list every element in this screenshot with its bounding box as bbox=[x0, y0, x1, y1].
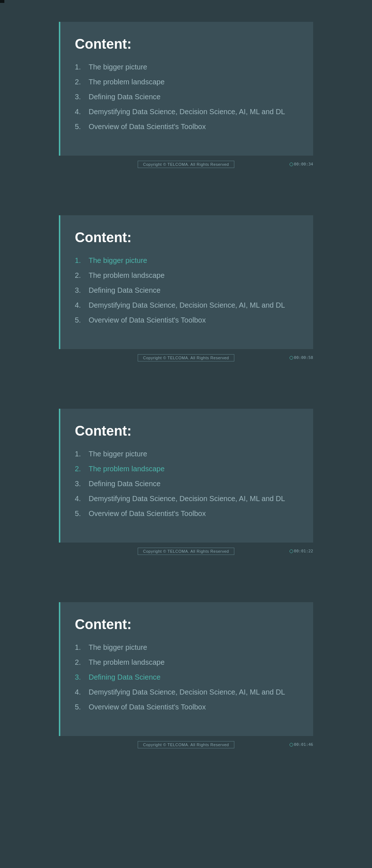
list-item-num-4-2: 2. bbox=[75, 658, 89, 667]
list-item-4-1: 1.The bigger picture bbox=[75, 643, 299, 652]
list-item-4-3: 3.Defining Data Science bbox=[75, 673, 299, 681]
list-item-num-1-3: 3. bbox=[75, 93, 89, 101]
slide-inner-4: Content:1.The bigger picture2.The proble… bbox=[59, 602, 313, 736]
list-item-2-3: 3.Defining Data Science bbox=[75, 286, 299, 295]
slide-2: Content:1.The bigger picture2.The proble… bbox=[59, 193, 313, 387]
file-info-bar bbox=[0, 0, 4, 3]
list-item-text-3-5: Overview of Data Scientist's Toolbox bbox=[89, 509, 206, 518]
list-item-text-2-5: Overview of Data Scientist's Toolbox bbox=[89, 316, 206, 324]
slide-title-2: Content: bbox=[75, 230, 299, 245]
slide-title-3: Content: bbox=[75, 423, 299, 439]
list-item-num-4-4: 4. bbox=[75, 688, 89, 696]
list-item-4-4: 4.Demystifying Data Science, Decision Sc… bbox=[75, 688, 299, 696]
slide-3: Content:1.The bigger picture2.The proble… bbox=[59, 387, 313, 580]
list-item-text-2-2: The problem landscape bbox=[89, 271, 165, 280]
list-item-text-3-2: The problem landscape bbox=[89, 465, 165, 473]
slide-title-4: Content: bbox=[75, 617, 299, 632]
list-item-3-1: 1.The bigger picture bbox=[75, 450, 299, 458]
list-item-text-1-5: Overview of Data Scientist's Toolbox bbox=[89, 123, 206, 131]
content-list-4: 1.The bigger picture2.The problem landsc… bbox=[75, 643, 299, 711]
list-item-num-1-4: 4. bbox=[75, 108, 89, 116]
slide-inner-2: Content:1.The bigger picture2.The proble… bbox=[59, 215, 313, 349]
list-item-text-2-3: Defining Data Science bbox=[89, 286, 161, 295]
timestamp-4: 00:01:46 bbox=[290, 742, 313, 747]
list-item-2-5: 5.Overview of Data Scientist's Toolbox bbox=[75, 316, 299, 324]
list-item-num-3-4: 4. bbox=[75, 495, 89, 503]
slide-footer-2: Copyright © TELCOMA. All Rights Reserved… bbox=[59, 349, 313, 365]
slide-1: Content:1.The bigger picture2.The proble… bbox=[59, 0, 313, 193]
list-item-num-3-5: 5. bbox=[75, 509, 89, 518]
list-item-text-1-2: The problem landscape bbox=[89, 78, 165, 86]
content-list-1: 1.The bigger picture2.The problem landsc… bbox=[75, 63, 299, 131]
list-item-num-2-1: 1. bbox=[75, 256, 89, 265]
content-list-2: 1.The bigger picture2.The problem landsc… bbox=[75, 256, 299, 324]
copyright-3: Copyright © TELCOMA. All Rights Reserved bbox=[138, 548, 234, 555]
list-item-text-4-2: The problem landscape bbox=[89, 658, 165, 667]
list-item-num-2-3: 3. bbox=[75, 286, 89, 295]
timestamp-3: 00:01:22 bbox=[290, 549, 313, 553]
list-item-1-4: 4.Demystifying Data Science, Decision Sc… bbox=[75, 108, 299, 116]
list-item-text-4-5: Overview of Data Scientist's Toolbox bbox=[89, 703, 206, 711]
list-item-text-2-1: The bigger picture bbox=[89, 256, 147, 265]
list-item-num-2-5: 5. bbox=[75, 316, 89, 324]
list-item-num-1-2: 2. bbox=[75, 78, 89, 86]
list-item-num-3-3: 3. bbox=[75, 480, 89, 488]
copyright-4: Copyright © TELCOMA. All Rights Reserved bbox=[138, 741, 234, 748]
list-item-1-2: 2.The problem landscape bbox=[75, 78, 299, 86]
timestamp-1: 00:00:34 bbox=[290, 162, 313, 167]
copyright-1: Copyright © TELCOMA. All Rights Reserved bbox=[138, 161, 234, 168]
list-item-text-3-4: Demystifying Data Science, Decision Scie… bbox=[89, 495, 285, 503]
list-item-3-5: 5.Overview of Data Scientist's Toolbox bbox=[75, 509, 299, 518]
list-item-3-4: 4.Demystifying Data Science, Decision Sc… bbox=[75, 495, 299, 503]
list-item-text-1-3: Defining Data Science bbox=[89, 93, 161, 101]
list-item-num-1-1: 1. bbox=[75, 63, 89, 71]
list-item-1-3: 3.Defining Data Science bbox=[75, 93, 299, 101]
list-item-text-2-4: Demystifying Data Science, Decision Scie… bbox=[89, 301, 285, 309]
list-item-num-4-1: 1. bbox=[75, 643, 89, 652]
list-item-4-2: 2.The problem landscape bbox=[75, 658, 299, 667]
slide-inner-3: Content:1.The bigger picture2.The proble… bbox=[59, 409, 313, 543]
list-item-num-4-5: 5. bbox=[75, 703, 89, 711]
content-list-3: 1.The bigger picture2.The problem landsc… bbox=[75, 450, 299, 518]
list-item-text-4-3: Defining Data Science bbox=[89, 673, 161, 681]
list-item-3-2: 2.The problem landscape bbox=[75, 465, 299, 473]
list-item-num-1-5: 5. bbox=[75, 123, 89, 131]
list-item-text-4-4: Demystifying Data Science, Decision Scie… bbox=[89, 688, 285, 696]
copyright-2: Copyright © TELCOMA. All Rights Reserved bbox=[138, 354, 234, 361]
slides-container: Content:1.The bigger picture2.The proble… bbox=[0, 0, 372, 774]
list-item-num-3-2: 2. bbox=[75, 465, 89, 473]
list-item-text-1-1: The bigger picture bbox=[89, 63, 147, 71]
slide-4: Content:1.The bigger picture2.The proble… bbox=[59, 580, 313, 774]
list-item-1-5: 5.Overview of Data Scientist's Toolbox bbox=[75, 123, 299, 131]
list-item-num-3-1: 1. bbox=[75, 450, 89, 458]
slide-inner-1: Content:1.The bigger picture2.The proble… bbox=[59, 22, 313, 156]
list-item-text-4-1: The bigger picture bbox=[89, 643, 147, 652]
slide-footer-4: Copyright © TELCOMA. All Rights Reserved… bbox=[59, 736, 313, 752]
list-item-4-5: 5.Overview of Data Scientist's Toolbox bbox=[75, 703, 299, 711]
list-item-3-3: 3.Defining Data Science bbox=[75, 480, 299, 488]
timestamp-2: 00:00:58 bbox=[290, 355, 313, 360]
list-item-num-4-3: 3. bbox=[75, 673, 89, 681]
list-item-num-2-4: 4. bbox=[75, 301, 89, 309]
list-item-text-1-4: Demystifying Data Science, Decision Scie… bbox=[89, 108, 285, 116]
slide-footer-3: Copyright © TELCOMA. All Rights Reserved… bbox=[59, 543, 313, 559]
list-item-2-2: 2.The problem landscape bbox=[75, 271, 299, 280]
slide-footer-1: Copyright © TELCOMA. All Rights Reserved… bbox=[59, 156, 313, 172]
list-item-num-2-2: 2. bbox=[75, 271, 89, 280]
list-item-2-4: 4.Demystifying Data Science, Decision Sc… bbox=[75, 301, 299, 309]
list-item-2-1: 1.The bigger picture bbox=[75, 256, 299, 265]
list-item-1-1: 1.The bigger picture bbox=[75, 63, 299, 71]
list-item-text-3-1: The bigger picture bbox=[89, 450, 147, 458]
list-item-text-3-3: Defining Data Science bbox=[89, 480, 161, 488]
slide-title-1: Content: bbox=[75, 36, 299, 52]
